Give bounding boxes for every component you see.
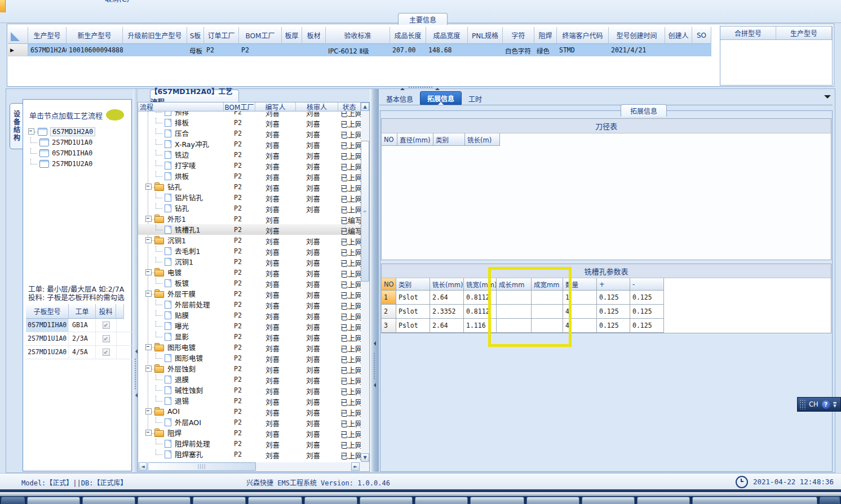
subboard-model-cell[interactable]: 0S7MD1IHA0 — [26, 319, 69, 332]
vscroll-thumb[interactable]: ≡ — [361, 141, 369, 282]
process-row[interactable]: 烘板P2刘喜刘喜已上网 — [138, 171, 361, 181]
taskbar-button[interactable] — [470, 497, 524, 504]
main-cell[interactable]: 绿色 — [534, 44, 557, 56]
select-all-triangle-icon[interactable] — [11, 32, 20, 41]
process-row[interactable]: 图形电镀P2刘喜刘喜已上网 — [138, 342, 361, 353]
process-row[interactable]: 铣边P2刘喜刘喜已上网 — [138, 149, 361, 160]
tree-child-node[interactable]: 2S7MD1U1A0 — [26, 137, 130, 148]
main-col-header[interactable]: 新生产型号 — [67, 27, 123, 44]
tree-child-label[interactable]: 0S7MD1IHA0 — [52, 149, 92, 157]
main-cell[interactable] — [123, 44, 187, 56]
taskbar-button[interactable] — [138, 497, 191, 504]
main-col-header[interactable]: PNL规格 — [468, 27, 503, 44]
main-cell[interactable] — [665, 44, 692, 56]
tree-root-node[interactable]: 6S7MD1H2A0 — [26, 126, 130, 137]
taskbar-button[interactable] — [248, 497, 302, 504]
taskbar-button[interactable] — [360, 497, 413, 504]
main-cell[interactable]: STMD — [557, 44, 609, 56]
process-row[interactable]: 显影P2刘喜刘喜已上网 — [138, 331, 361, 342]
subboard-order-cell[interactable]: 2/3A — [69, 332, 96, 345]
taskbar-button[interactable] — [582, 497, 635, 504]
process-col-header[interactable]: 流程 — [138, 102, 224, 111]
taskbar-button[interactable] — [304, 497, 357, 504]
language-bar[interactable]: CH ? ▬▼ — [797, 397, 841, 412]
cancel-button-fragment[interactable]: 取消(C) — [105, 0, 150, 4]
collapse-icon[interactable] — [145, 344, 152, 350]
process-step-label[interactable]: 钻孔 — [175, 203, 189, 213]
process-step-label[interactable]: 图形电镀 — [167, 342, 196, 353]
taskbar-button[interactable] — [27, 497, 80, 504]
main-cell[interactable]: IPC-6012 Ⅱ级 — [326, 44, 390, 56]
slot-col-header[interactable]: 铣长(mm) — [430, 278, 464, 291]
process-step-label[interactable]: 退膜 — [175, 374, 189, 385]
main-cell[interactable]: 148.68 — [426, 44, 468, 56]
feed-checkbox[interactable]: ✔ — [103, 322, 110, 329]
process-row[interactable]: 铣槽孔1P2刘喜已编写 — [138, 224, 361, 235]
process-step-label[interactable]: 阻焊 — [167, 427, 182, 438]
scroll-left-button[interactable]: ◄ — [139, 462, 147, 471]
merge-col-header[interactable]: 生产型号 — [776, 26, 832, 40]
language-bar-options-icon[interactable]: ▬▼ — [833, 401, 837, 408]
slot-cell[interactable]: 2.64 — [430, 291, 464, 305]
process-step-label[interactable]: 压合 — [175, 128, 189, 139]
collapse-icon[interactable] — [145, 408, 152, 414]
scroll-right-button[interactable]: ► — [351, 462, 360, 471]
process-row[interactable]: 阻焊塞孔P2刘喜刘喜已上网 — [138, 449, 361, 460]
main-col-header[interactable]: 阻焊 — [534, 27, 557, 44]
process-step-label[interactable]: 铝片钻孔 — [175, 192, 203, 203]
main-cell[interactable]: 6S7MD1H2A0 — [28, 44, 67, 56]
collapse-icon[interactable] — [145, 237, 152, 243]
feed-checkbox[interactable]: ✔ — [103, 335, 110, 342]
process-step-label[interactable]: 铣槽孔1 — [175, 224, 200, 235]
tab-拓展信息[interactable]: 拓展信息 — [420, 91, 462, 105]
process-row[interactable]: 阻焊前处理P2刘喜刘喜已上网 — [138, 438, 361, 449]
process-step-label[interactable]: 外层蚀刻 — [167, 363, 196, 374]
collapse-icon[interactable] — [145, 269, 152, 275]
tree-child-label[interactable]: 2S7MD1U2A0 — [52, 160, 92, 168]
main-cell[interactable]: 母板 — [187, 44, 204, 56]
process-row[interactable]: X-Ray冲孔P2刘喜刘喜已上网 — [138, 139, 361, 149]
knife-col-header[interactable]: 类别 — [433, 133, 465, 146]
main-cell[interactable]: 207.00 — [390, 44, 426, 56]
slot-cell[interactable]: 1 — [382, 291, 396, 305]
process-col-header[interactable]: 状态 — [338, 102, 361, 111]
process-row[interactable]: 去毛刺1P2刘喜刘喜已上网 — [138, 246, 361, 256]
subboard-model-cell[interactable]: 2S7MD1U2A0 — [26, 346, 69, 359]
main-col-header[interactable]: 成品宽度 — [426, 27, 468, 44]
slot-cell[interactable]: 0.125 — [597, 319, 630, 333]
subboard-col-header[interactable]: 子板型号 — [26, 304, 69, 319]
process-step-label[interactable]: 预排 — [175, 111, 189, 117]
main-col-header[interactable]: 创建人 — [665, 27, 692, 44]
process-step-label[interactable]: 板镀 — [175, 278, 189, 288]
process-row[interactable]: 外层AOIP2刘喜刘喜已上网 — [138, 417, 361, 427]
main-info-tab[interactable]: 主要信息 — [398, 13, 448, 25]
slot-col-header[interactable]: 类别 — [396, 278, 430, 291]
process-row[interactable]: 图形电镀P2刘喜刘喜已上网 — [138, 353, 361, 363]
left-splitter[interactable] — [133, 89, 138, 472]
process-flow-tab[interactable]: 【6S7MD1H2A0】工艺流程 — [150, 90, 239, 102]
taskbar-button[interactable] — [692, 497, 817, 504]
slot-cell[interactable]: 2 — [382, 305, 396, 319]
slot-cell[interactable]: 2.3352 — [430, 305, 464, 319]
process-row[interactable]: 退锡P2刘喜刘喜已上网 — [138, 395, 361, 406]
tree-child-label[interactable]: 2S7MD1U1A0 — [52, 139, 92, 146]
knife-col-header[interactable]: NO — [382, 133, 397, 146]
process-step-label[interactable]: 图形电镀 — [175, 353, 203, 363]
process-step-label[interactable]: 贴膜 — [175, 310, 189, 320]
taskbar-button[interactable] — [82, 497, 135, 504]
tree-root-label[interactable]: 6S7MD1H2A0 — [50, 127, 95, 136]
process-step-label[interactable]: 显影 — [175, 331, 189, 342]
main-cell[interactable]: P2 — [204, 44, 239, 56]
collapse-icon[interactable] — [145, 291, 152, 297]
taskbar-button[interactable] — [820, 497, 840, 504]
process-row[interactable]: 外层前处理P2刘喜刘喜已上网 — [138, 299, 361, 310]
process-row[interactable]: 预排P2刘喜刘喜已上网 — [138, 111, 361, 117]
process-row[interactable]: 外层干膜P2刘喜刘喜已上网 — [138, 288, 361, 299]
main-col-header[interactable]: 成品长度 — [390, 27, 426, 44]
process-step-label[interactable]: X-Ray冲孔 — [175, 139, 209, 149]
process-row[interactable]: AOIP2刘喜刘喜已上网 — [138, 406, 361, 417]
main-col-header[interactable]: 板厚 — [282, 27, 302, 44]
knife-col-header[interactable]: 铣长(m) — [465, 133, 500, 146]
process-step-label[interactable]: 曝光 — [175, 320, 189, 331]
main-cell[interactable]: P2 — [239, 44, 282, 56]
